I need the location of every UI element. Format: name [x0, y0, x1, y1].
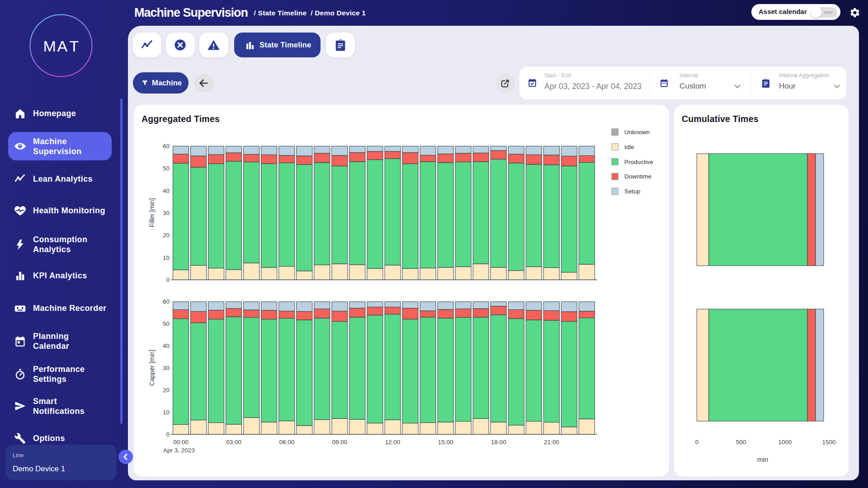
svg-text:03:00: 03:00 [226, 439, 241, 446]
svg-text:06:00: 06:00 [279, 439, 294, 446]
svg-text:30: 30 [163, 365, 170, 371]
svg-text:15:00: 15:00 [438, 439, 453, 446]
svg-text:500: 500 [736, 439, 746, 446]
svg-text:1000: 1000 [778, 439, 792, 446]
svg-text:Apr 3, 2023: Apr 3, 2023 [163, 447, 195, 454]
svg-text:0: 0 [166, 277, 170, 283]
svg-text:0: 0 [166, 431, 170, 438]
svg-text:Filler [min]: Filler [min] [148, 198, 156, 228]
svg-text:09:00: 09:00 [332, 439, 348, 446]
svg-text:Unknown: Unknown [624, 129, 650, 136]
svg-text:18:00: 18:00 [491, 439, 506, 446]
svg-text:60: 60 [163, 298, 170, 305]
svg-text:40: 40 [163, 188, 170, 194]
svg-text:Downtime: Downtime [624, 173, 651, 180]
svg-text:50: 50 [163, 165, 170, 172]
svg-text:Productive: Productive [624, 159, 653, 165]
svg-text:10: 10 [163, 254, 170, 261]
svg-text:10: 10 [163, 409, 170, 416]
svg-text:50: 50 [163, 320, 170, 327]
svg-text:Idle: Idle [624, 144, 634, 150]
svg-text:60: 60 [163, 143, 170, 150]
svg-text:0: 0 [695, 439, 699, 446]
svg-text:00:00: 00:00 [173, 439, 189, 446]
svg-text:30: 30 [163, 210, 170, 216]
svg-text:1500: 1500 [822, 439, 836, 446]
svg-text:40: 40 [163, 343, 170, 349]
svg-text:21:00: 21:00 [544, 439, 559, 446]
svg-text:Capper [min]: Capper [min] [148, 350, 156, 386]
svg-text:min: min [757, 455, 768, 463]
svg-text:20: 20 [163, 387, 170, 394]
svg-text:12:00: 12:00 [385, 439, 401, 446]
svg-text:Setup: Setup [624, 188, 640, 195]
svg-text:20: 20 [163, 232, 170, 239]
